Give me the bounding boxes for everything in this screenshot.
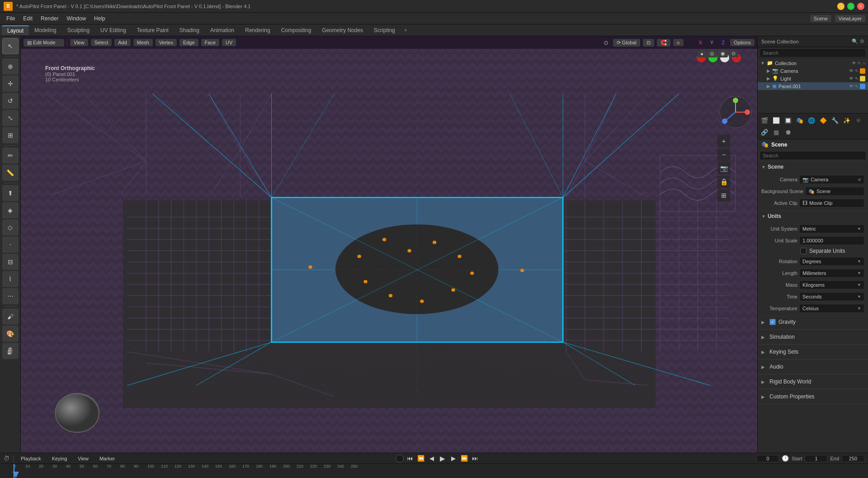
viewport-mesh-menu[interactable]: Mesh <box>133 39 153 46</box>
viewport-vertex-menu[interactable]: Vertex <box>156 39 177 46</box>
viewport-uv-menu[interactable]: UV <box>222 39 236 46</box>
viewport-mode-select[interactable]: ▤ Edit Mode <box>24 39 64 47</box>
proportional-falloff[interactable]: ⌾ <box>673 39 684 46</box>
outliner-search-input[interactable] <box>760 48 866 57</box>
cam-vis-eye[interactable]: 👁 <box>849 68 854 74</box>
tool-scale[interactable]: ⤡ <box>2 110 19 126</box>
vis-render[interactable]: ○ <box>863 61 865 66</box>
prop-tab-data[interactable]: ▦ <box>770 126 782 138</box>
timeline-keying-menu[interactable]: Keying <box>48 455 71 462</box>
tab-compositing[interactable]: Compositing <box>276 26 317 35</box>
timeline-icon[interactable]: ⏱ <box>4 455 9 462</box>
viewport-select-menu[interactable]: Select <box>91 39 112 46</box>
end-frame-input[interactable]: 250 <box>842 455 864 462</box>
outliner-light[interactable]: ▶ 💡 Light 👁 ↖ <box>758 75 868 82</box>
light-vis-eye[interactable]: 👁 <box>849 76 854 81</box>
tool-cursor[interactable]: ⊕ <box>2 58 19 75</box>
close-button[interactable]: ✕ <box>857 3 864 10</box>
prev-keyframe-button[interactable]: ◀ <box>427 454 436 463</box>
scene-section-header[interactable]: ▼ Scene <box>758 162 868 172</box>
viewport-add-menu[interactable]: Add <box>114 39 131 46</box>
properties-search-input[interactable] <box>760 151 866 160</box>
prop-tab-world[interactable]: 🌐 <box>806 114 817 126</box>
transform-global-select[interactable]: ⟳ Global <box>613 39 640 47</box>
step-back-button[interactable]: ⏪ <box>416 454 425 463</box>
viewport-gizmo[interactable]: X Y Z <box>717 94 754 130</box>
rendered-shading-btn[interactable]: ◉ <box>718 50 728 57</box>
menu-file[interactable]: File <box>3 14 19 23</box>
tool-loop-cut[interactable]: ⬝ <box>2 237 19 253</box>
tool-bisect[interactable]: ⋯ <box>2 288 19 304</box>
timeline-content[interactable]: 0 10 20 30 40 50 60 70 80 90 100 110 120… <box>0 464 868 478</box>
tab-scripting[interactable]: Scripting <box>368 26 401 35</box>
prop-tab-scene[interactable]: 🎭 <box>794 114 806 126</box>
tab-animation[interactable]: Animation <box>205 26 240 35</box>
mass-value[interactable]: Kilograms ▼ <box>799 280 864 289</box>
tool-vertex-paint[interactable]: 🖌 <box>2 308 19 325</box>
zoom-in-button[interactable]: + <box>717 135 730 147</box>
lock-rotation-button[interactable]: 🔒 <box>717 175 730 188</box>
gravity-header[interactable]: ▶ Gravity <box>758 317 868 327</box>
tool-knife[interactable]: ⌇ <box>2 271 19 287</box>
tool-weight-paint[interactable]: 🎨 <box>2 326 19 342</box>
temperature-value[interactable]: Celsius ▼ <box>799 304 864 313</box>
add-workspace-button[interactable]: + <box>401 26 411 35</box>
prop-tab-output[interactable]: ⬜ <box>770 114 782 126</box>
tool-rotate[interactable]: ↺ <box>2 93 19 109</box>
prop-tab-object[interactable]: 🔶 <box>817 114 829 126</box>
current-frame-input[interactable]: 0 <box>756 455 779 462</box>
time-value[interactable]: Seconds ▼ <box>799 292 864 301</box>
active-clip-value[interactable]: 🎞 Movie Clip <box>799 199 864 208</box>
audio-header[interactable]: ▶ Audio <box>758 361 868 372</box>
bg-scene-value[interactable]: 🎭 Scene <box>805 187 864 196</box>
outliner-filter-btn[interactable]: 🔍 <box>852 38 858 44</box>
prop-tab-modifier[interactable]: 🔧 <box>829 114 841 126</box>
menu-render[interactable]: Render <box>37 14 62 23</box>
length-value[interactable]: Millimeters ▼ <box>799 269 864 278</box>
panel-vis-eye[interactable]: 👁 <box>849 84 854 89</box>
tab-texture-paint[interactable]: Texture Paint <box>132 26 174 35</box>
overlay-shading-btn[interactable]: ⊙ <box>729 50 738 57</box>
snap-button[interactable]: 🧲 <box>657 39 670 47</box>
menu-help[interactable]: Help <box>90 14 109 23</box>
vis-cursor[interactable]: ↖ <box>858 61 861 66</box>
units-section-header[interactable]: ▼ Units <box>758 211 868 221</box>
outliner-settings-btn[interactable]: ⚙ <box>860 38 864 44</box>
rigid-body-world-header[interactable]: ▶ Rigid Body World <box>758 376 868 387</box>
viewport-edge-menu[interactable]: Edge <box>179 39 198 46</box>
prop-tab-physics[interactable]: ⚛ <box>853 114 864 126</box>
tool-inset[interactable]: ◈ <box>2 202 19 218</box>
next-keyframe-button[interactable]: ▶ <box>449 454 458 463</box>
tool-sculpt[interactable]: 🗿 <box>2 343 19 359</box>
active-scene[interactable]: Scene <box>810 15 831 22</box>
unit-system-value[interactable]: Metric ▼ <box>799 224 864 233</box>
tab-sculpting[interactable]: Sculpting <box>62 26 95 35</box>
rotation-value[interactable]: Degrees ▼ <box>799 257 864 266</box>
tool-extrude[interactable]: ⬆ <box>2 185 19 201</box>
pivot-point-select[interactable]: ⊡ <box>643 39 654 47</box>
tool-annotate[interactable]: ✏ <box>2 147 19 164</box>
camera-view-button[interactable]: 📷 <box>717 162 730 175</box>
minimize-button[interactable]: ─ <box>837 3 844 10</box>
cam-vis-cursor[interactable]: ↖ <box>855 68 859 74</box>
play-button[interactable]: ▶ <box>438 454 447 463</box>
custom-properties-header[interactable]: ▶ Custom Properties <box>758 391 868 402</box>
tool-measure[interactable]: 📏 <box>2 165 19 181</box>
separate-units-checkbox[interactable] <box>800 248 807 254</box>
outliner-panel[interactable]: ▶ ▣ Panel.001 👁 ↖ <box>758 82 868 90</box>
outliner-scene-collection[interactable]: ▼ 📁 Collection 👁 ↖ ○ <box>758 59 868 67</box>
panel-vis-cursor[interactable]: ↖ <box>855 84 859 89</box>
zoom-out-button[interactable]: − <box>717 148 730 161</box>
maximize-button[interactable]: □ <box>847 3 854 10</box>
unit-scale-value[interactable]: 1.000000 <box>799 236 864 245</box>
timeline-playhead[interactable] <box>14 464 14 478</box>
light-vis-cursor[interactable]: ↖ <box>855 76 859 81</box>
viewport-canvas[interactable]: Front Orthographic (0) Panel.001 10 Cent… <box>21 49 757 453</box>
tab-geometry-nodes[interactable]: Geometry Nodes <box>316 26 368 35</box>
simulation-header[interactable]: ▶ Simulation <box>758 331 868 342</box>
timeline-playback-menu[interactable]: Playback <box>17 455 45 462</box>
menu-edit[interactable]: Edit <box>19 14 36 23</box>
timeline-marker-menu[interactable]: Marker <box>96 455 118 462</box>
solid-shading-btn[interactable]: ● <box>698 50 706 57</box>
camera-value[interactable]: 📷 Camera ✕ <box>799 175 864 184</box>
